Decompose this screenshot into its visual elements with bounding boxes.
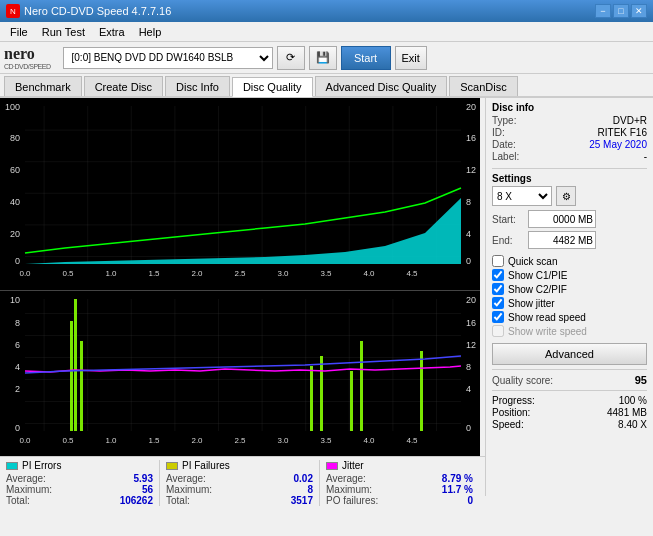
pi-errors-stats: PI Errors Average: 5.93 Maximum: 56 Tota… [6,460,160,506]
svg-text:1.0: 1.0 [105,269,117,278]
show-c1-label: Show C1/PIE [508,270,567,281]
progress-section: Progress: 100 % Position: 4481 MB Speed:… [492,395,647,430]
title-bar: N Nero CD-DVD Speed 4.7.7.16 − □ ✕ [0,0,653,22]
advanced-button[interactable]: Advanced [492,343,647,365]
menu-help[interactable]: Help [133,24,168,40]
chart-top: 100 80 60 40 20 0 20 16 12 8 4 0 [0,98,480,291]
svg-text:1.5: 1.5 [148,436,160,445]
show-write-speed-checkbox[interactable] [492,325,504,337]
quality-score-value: 95 [635,374,647,386]
tab-advanced-disc-quality[interactable]: Advanced Disc Quality [315,76,448,96]
svg-text:2: 2 [15,384,20,394]
minimize-button[interactable]: − [595,4,611,18]
chart-stats-area: 100 80 60 40 20 0 20 16 12 8 4 0 [0,98,485,496]
right-panel: Disc info Type: DVD+R ID: RITEK F16 Date… [485,98,653,496]
pi-failures-avg-label: Average: [166,473,206,484]
svg-rect-43 [360,341,363,431]
end-mb-row: End: [492,231,647,249]
svg-text:3.5: 3.5 [320,269,332,278]
show-c2-label: Show C2/PIF [508,284,567,295]
speed-value: 8.40 X [618,419,647,430]
svg-text:8: 8 [466,197,471,207]
jitter-title: Jitter [342,460,364,471]
exit-button[interactable]: Exit [395,46,427,70]
speed-row: 8 X Max 2 X 4 X ⚙ [492,186,647,206]
quick-scan-checkbox[interactable] [492,255,504,267]
position-row: Position: 4481 MB [492,407,647,418]
settings-icon-button[interactable]: ⚙ [556,186,576,206]
svg-text:0: 0 [15,256,20,266]
jitter-po-label: PO failures: [326,495,378,506]
svg-rect-0 [25,106,461,264]
speed-select[interactable]: 8 X Max 2 X 4 X [492,186,552,206]
show-read-speed-row: Show read speed [492,311,647,323]
svg-rect-39 [74,299,77,431]
svg-text:0: 0 [466,256,471,266]
progress-row: Progress: 100 % [492,395,647,406]
show-c1-checkbox[interactable] [492,269,504,281]
close-button[interactable]: ✕ [631,4,647,18]
pi-errors-total-label: Total: [6,495,30,506]
chart-bottom: 10 8 6 4 2 0 20 16 12 8 4 0 [0,291,480,456]
tab-disc-info[interactable]: Disc Info [165,76,230,96]
start-button[interactable]: Start [341,46,391,70]
type-label: Type: [492,115,516,126]
main-content: 100 80 60 40 20 0 20 16 12 8 4 0 [0,98,653,496]
speed-row: Speed: 8.40 X [492,419,647,430]
menu-run-test[interactable]: Run Test [36,24,91,40]
refresh-icon-button[interactable]: ⟳ [277,46,305,70]
tab-create-disc[interactable]: Create Disc [84,76,163,96]
app-icon: N [6,4,20,18]
svg-text:4.0: 4.0 [363,436,375,445]
svg-text:20: 20 [466,295,476,305]
tab-scan-disc[interactable]: ScanDisc [449,76,517,96]
menu-file[interactable]: File [4,24,34,40]
chart-area: 100 80 60 40 20 0 20 16 12 8 4 0 [0,98,480,456]
svg-rect-41 [320,356,323,431]
svg-text:4.5: 4.5 [406,436,418,445]
app-title: Nero CD-DVD Speed 4.7.7.16 [24,5,171,17]
save-button[interactable]: 💾 [309,46,337,70]
drive-select[interactable]: [0:0] BENQ DVD DD DW1640 BSLB [63,47,273,69]
progress-value: 100 % [619,395,647,406]
speed-label: Speed: [492,419,524,430]
svg-text:20: 20 [466,102,476,112]
svg-rect-38 [80,341,83,431]
start-mb-row: Start: [492,210,647,228]
show-jitter-checkbox[interactable] [492,297,504,309]
svg-text:16: 16 [466,133,476,143]
disc-info-title: Disc info [492,102,647,113]
quick-scan-label: Quick scan [508,256,557,267]
svg-text:0.5: 0.5 [62,269,74,278]
end-input[interactable] [528,231,596,249]
tab-disc-quality[interactable]: Disc Quality [232,77,313,97]
menu-extra[interactable]: Extra [93,24,131,40]
svg-text:1.5: 1.5 [148,269,160,278]
tab-benchmark[interactable]: Benchmark [4,76,82,96]
toolbar: nero CD·DVD/SPEED [0:0] BENQ DVD DD DW16… [0,42,653,74]
date-label: Date: [492,139,516,150]
svg-text:12: 12 [466,165,476,175]
pi-errors-avg-value: 5.93 [134,473,153,484]
logo: nero CD·DVD/SPEED [4,45,51,70]
position-value: 4481 MB [607,407,647,418]
jitter-stats: Jitter Average: 8.79 % Maximum: 11.7 % P… [320,460,479,506]
svg-text:80: 80 [10,133,20,143]
pi-errors-max-label: Maximum: [6,484,52,495]
jitter-color [326,462,338,470]
svg-text:16: 16 [466,318,476,328]
svg-text:0.0: 0.0 [19,269,31,278]
pi-errors-total-value: 106262 [120,495,153,506]
show-read-speed-checkbox[interactable] [492,311,504,323]
show-c2-checkbox[interactable] [492,283,504,295]
pi-errors-title: PI Errors [22,460,61,471]
disc-label-label: Label: [492,151,519,162]
svg-text:3.0: 3.0 [277,436,289,445]
disc-label-value: - [644,151,647,162]
svg-rect-40 [310,366,313,431]
svg-text:0.5: 0.5 [62,436,74,445]
show-jitter-row: Show jitter [492,297,647,309]
start-input[interactable] [528,210,596,228]
maximize-button[interactable]: □ [613,4,629,18]
id-label: ID: [492,127,505,138]
